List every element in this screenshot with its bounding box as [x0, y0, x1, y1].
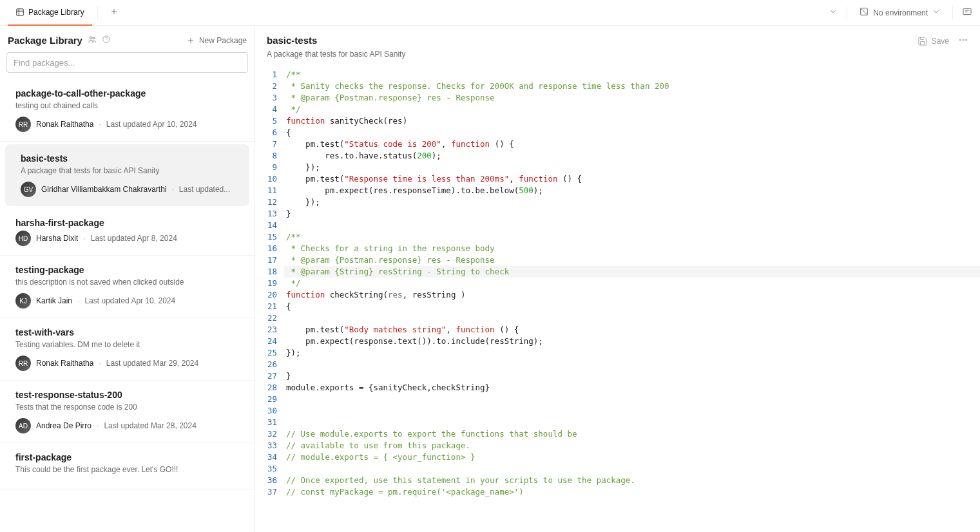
- code-line[interactable]: [286, 417, 980, 428]
- code-line[interactable]: });: [286, 196, 980, 208]
- code-line[interactable]: [286, 359, 980, 370]
- topbar: Package Library No environment: [0, 0, 980, 26]
- package-item[interactable]: testing-packagethis description is not s…: [0, 256, 255, 318]
- line-number: 28: [255, 382, 277, 394]
- code-line[interactable]: module.exports = {sanityCheck,checkStrin…: [286, 382, 980, 394]
- svg-rect-2: [963, 8, 971, 14]
- package-author: Ronak Raithatha: [36, 120, 93, 129]
- line-number: 37: [255, 486, 277, 498]
- line-number: 12: [255, 196, 277, 208]
- code-line[interactable]: {: [286, 127, 980, 138]
- code-line[interactable]: */: [286, 104, 980, 115]
- code-line[interactable]: pm.expect(res.responseTime).to.be.below(…: [286, 185, 980, 196]
- new-package-button[interactable]: New Package: [186, 36, 247, 45]
- search-input[interactable]: [6, 52, 248, 73]
- line-number: 34: [255, 451, 277, 463]
- code-line[interactable]: [286, 405, 980, 417]
- package-name: harsha-first-package: [15, 218, 244, 228]
- code-line[interactable]: * Sanity checks the response. Checks for…: [286, 81, 980, 92]
- code-line[interactable]: // Once exported, use this statement in …: [286, 475, 980, 486]
- package-author: Giridhar Villiambakkam Chakravarthi: [41, 185, 167, 194]
- separator-dot: ·: [77, 296, 79, 305]
- package-list: package-to-call-other-packagetesting out…: [0, 79, 255, 532]
- package-meta: KJKartik Jain·Last updated Apr 10, 2024: [15, 293, 244, 309]
- code-line[interactable]: }: [286, 370, 980, 382]
- sidebar-header: Package Library New Package: [0, 26, 255, 52]
- package-item[interactable]: harsha-first-packageHDHarsha Dixit·Last …: [0, 209, 255, 256]
- tab-package-library[interactable]: Package Library: [8, 0, 92, 26]
- line-number: 9: [255, 162, 277, 173]
- code-line[interactable]: }: [286, 208, 980, 220]
- tab-label: Package Library: [28, 8, 84, 17]
- code-line[interactable]: res.to.have.status(200);: [286, 150, 980, 162]
- code-line[interactable]: function sanityCheck(res): [286, 115, 980, 127]
- code-line[interactable]: [286, 394, 980, 405]
- code-line[interactable]: // available to use from this package.: [286, 440, 980, 451]
- code-area[interactable]: /** * Sanity checks the response. Checks…: [283, 66, 980, 532]
- tabs-dropdown[interactable]: [829, 7, 838, 18]
- code-line[interactable]: * @param {String} resString - String to …: [283, 266, 980, 278]
- save-button[interactable]: Save: [918, 36, 949, 46]
- people-icon[interactable]: [88, 35, 97, 46]
- line-gutter: 1234567891011121314151617181920212223242…: [255, 66, 283, 532]
- package-desc: this description is not saved when click…: [15, 278, 244, 287]
- code-line[interactable]: * @param {Postman.response} res - Respon…: [286, 92, 980, 104]
- package-icon: [15, 8, 24, 17]
- code-line[interactable]: // const myPackage = pm.require('<packag…: [286, 486, 980, 498]
- package-meta: ADAndrea De Pirro·Last updated Mar 28, 2…: [15, 418, 244, 433]
- line-number: 22: [255, 312, 277, 324]
- code-line[interactable]: function checkString(res, resString ): [286, 289, 980, 301]
- package-author: Ronak Raithatha: [36, 359, 93, 368]
- code-line[interactable]: /**: [286, 69, 980, 81]
- code-line[interactable]: */: [286, 278, 980, 289]
- code-line[interactable]: /**: [286, 231, 980, 243]
- tab-divider: [97, 6, 98, 19]
- package-updated: Last updated Apr 10, 2024: [84, 296, 175, 305]
- code-line[interactable]: pm.expect(response.text()).to.include(re…: [286, 336, 980, 347]
- avatar: RR: [15, 117, 31, 132]
- help-icon[interactable]: [102, 35, 111, 46]
- package-desc: Testing variables. DM me to delete it: [15, 340, 244, 349]
- line-number: 20: [255, 289, 277, 301]
- package-item[interactable]: package-to-call-other-packagetesting out…: [0, 79, 255, 142]
- package-updated: Last updated Mar 28, 2024: [104, 421, 196, 430]
- code-line[interactable]: * @param {Postman.response} res - Respon…: [286, 254, 980, 266]
- line-number: 21: [255, 301, 277, 312]
- code-line[interactable]: });: [286, 347, 980, 359]
- package-item[interactable]: basic-testsA package that tests for basi…: [5, 144, 249, 206]
- code-editor[interactable]: 1234567891011121314151617181920212223242…: [255, 66, 980, 532]
- code-line[interactable]: [286, 463, 980, 475]
- package-item[interactable]: first-packageThis could be the first pac…: [0, 443, 255, 490]
- code-line[interactable]: pm.test("Body matches string", function …: [286, 324, 980, 336]
- line-number: 26: [255, 359, 277, 370]
- code-line[interactable]: });: [286, 162, 980, 173]
- package-item[interactable]: test-with-varsTesting variables. DM me t…: [0, 318, 255, 381]
- topbar-left: Package Library: [8, 0, 125, 26]
- avatar: AD: [15, 418, 31, 433]
- package-desc: A package that tests for basic API Sanit…: [21, 166, 239, 175]
- code-line[interactable]: pm.test("Status code is 200", function (…: [286, 138, 980, 150]
- code-line[interactable]: // Use module.exports to export the func…: [286, 428, 980, 440]
- line-number: 4: [255, 104, 277, 115]
- new-tab-button[interactable]: [103, 7, 125, 18]
- code-line[interactable]: {: [286, 301, 980, 312]
- package-name: testing-package: [15, 265, 244, 275]
- more-options-button[interactable]: [958, 35, 968, 47]
- package-item[interactable]: test-response-status-200Tests that the r…: [0, 381, 255, 443]
- code-line[interactable]: pm.test("Response time is less than 200m…: [286, 173, 980, 185]
- code-line[interactable]: // module.exports = { <your_function> }: [286, 451, 980, 463]
- code-line[interactable]: * Checks for a string in the response bo…: [286, 243, 980, 254]
- line-number: 30: [255, 405, 277, 417]
- environment-quicklook-button[interactable]: [962, 6, 972, 19]
- line-number: 14: [255, 220, 277, 231]
- environment-selector[interactable]: No environment: [856, 6, 943, 19]
- avatar: GV: [21, 182, 36, 197]
- line-number: 11: [255, 185, 277, 196]
- line-number: 15: [255, 231, 277, 243]
- separator-dot: ·: [99, 359, 101, 368]
- code-line[interactable]: [286, 220, 980, 231]
- code-line[interactable]: [286, 312, 980, 324]
- svg-point-4: [93, 37, 95, 39]
- no-environment-icon: [859, 6, 869, 19]
- line-number: 18: [255, 266, 277, 278]
